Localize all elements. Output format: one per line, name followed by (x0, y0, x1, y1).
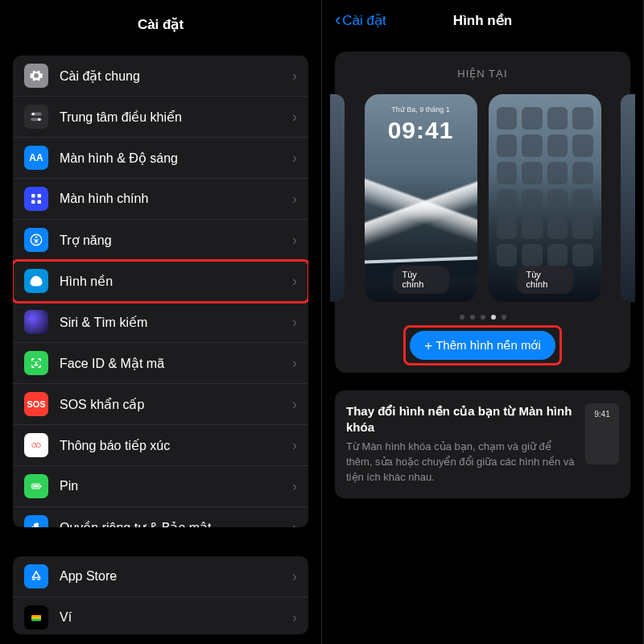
settings-row-siri[interactable]: Siri & Tìm kiếm › (13, 302, 308, 343)
app-placeholder (497, 189, 518, 212)
dot (470, 315, 475, 320)
faceid-icon (24, 351, 48, 375)
lock-screen-preview[interactable]: Thứ Ba, 9 tháng 1 09:41 Tùy chỉnh (365, 94, 477, 302)
aa-icon: AA (24, 146, 48, 170)
chevron-right-icon: › (292, 519, 297, 528)
settings-row-sos[interactable]: SOS SOS khẩn cấp › (13, 384, 308, 425)
app-placeholder (522, 189, 543, 212)
exposure-icon (24, 433, 48, 457)
siri-icon (24, 310, 48, 334)
svg-point-2 (32, 113, 35, 115)
settings-row-display[interactable]: AA Màn hình & Độ sáng › (13, 138, 308, 179)
gear-icon (24, 64, 48, 88)
chevron-right-icon: › (292, 232, 297, 249)
row-label: Hình nền (60, 274, 292, 289)
current-wallpaper-card: HIỆN TẠI Thứ Ba, 9 tháng 1 09:41 Tùy chỉ… (335, 52, 630, 373)
app-placeholder (497, 107, 518, 130)
back-button[interactable]: ‹ Cài đặt (335, 11, 386, 29)
app-placeholder (547, 244, 568, 266)
app-placeholder (572, 189, 593, 212)
sos-icon: SOS (24, 392, 48, 416)
row-label: Màn hình & Độ sáng (60, 151, 292, 166)
row-label: Ví (60, 610, 292, 625)
chevron-right-icon: › (292, 609, 297, 626)
chevron-right-icon: › (292, 191, 297, 208)
appstore-icon (24, 564, 48, 588)
settings-row-control-center[interactable]: Trung tâm điều khiển › (13, 97, 308, 138)
app-placeholder (497, 244, 518, 266)
customize-lock-button[interactable]: Tùy chỉnh (393, 266, 449, 294)
row-label: Trung tâm điều khiển (60, 109, 292, 125)
chevron-right-icon: › (292, 396, 297, 413)
chevron-right-icon: › (292, 478, 297, 495)
svg-point-12 (34, 361, 35, 362)
chevron-right-icon: › (292, 437, 297, 454)
svg-point-3 (38, 118, 40, 121)
svg-point-9 (35, 236, 37, 237)
app-placeholder (522, 134, 543, 157)
svg-point-14 (32, 443, 36, 447)
settings-row-exposure[interactable]: Thông báo tiếp xúc › (13, 425, 308, 466)
app-placeholder (572, 107, 593, 130)
settings-row-privacy[interactable]: Quyền riêng tư & Bảo mật › (13, 507, 308, 527)
home-screen-preview[interactable]: Tùy chỉnh (489, 94, 601, 302)
row-label: Face ID & Mật mã (60, 356, 292, 371)
chevron-left-icon: ‹ (335, 11, 341, 29)
add-wallpaper-button[interactable]: + Thêm hình nền mới (410, 331, 555, 360)
svg-rect-6 (31, 200, 35, 204)
chevron-right-icon: › (292, 109, 297, 126)
row-label: Quyền riêng tư & Bảo mật (60, 520, 292, 528)
settings-row-home-screen[interactable]: Màn hình chính › (13, 179, 308, 220)
info-title: Thay đổi hình nền của bạn từ Màn hình kh… (346, 403, 576, 435)
settings-group-apps: App Store › Ví › (13, 556, 308, 634)
chevron-right-icon: › (292, 150, 297, 167)
chevron-right-icon: › (292, 68, 297, 85)
app-placeholder (522, 107, 543, 130)
lock-time: 09:41 (365, 117, 477, 144)
settings-title: Cài đặt (0, 0, 321, 46)
chevron-right-icon: › (292, 355, 297, 372)
settings-group-main: Cài đặt chung › Trung tâm điều khiển › A… (13, 56, 308, 527)
wallpaper-screen: ‹ Cài đặt Hình nền HIỆN TẠI Thứ Ba, 9 th… (322, 0, 644, 644)
wallpaper-icon (24, 269, 48, 293)
info-card: Thay đổi hình nền của bạn từ Màn hình kh… (335, 390, 630, 498)
page-dots (346, 315, 619, 320)
dot (481, 315, 485, 320)
wallpaper-header: ‹ Cài đặt Hình nền (322, 0, 643, 37)
customize-home-button[interactable]: Tùy chỉnh (517, 266, 573, 294)
settings-row-appstore[interactable]: App Store › (13, 556, 308, 597)
settings-row-accessibility[interactable]: Trợ năng › (13, 220, 308, 261)
row-label: Pin (60, 479, 292, 493)
settings-row-wallpaper[interactable]: Hình nền › (13, 261, 308, 302)
chevron-right-icon: › (292, 568, 297, 585)
settings-row-general[interactable]: Cài đặt chung › (13, 56, 308, 97)
app-placeholder (522, 217, 543, 239)
app-placeholder (547, 217, 568, 239)
plus-icon: + (424, 339, 432, 353)
row-label: Màn hình chính (60, 192, 292, 206)
wallet-icon (24, 605, 48, 630)
battery-icon (24, 474, 48, 498)
accessibility-icon (24, 228, 48, 252)
row-label: App Store (60, 569, 292, 584)
toggles-icon (24, 105, 48, 129)
svg-point-13 (38, 361, 39, 362)
mini-time: 9:41 (594, 410, 609, 419)
svg-rect-4 (31, 194, 35, 198)
settings-row-wallet[interactable]: Ví › (13, 597, 308, 634)
preview-peek-left (330, 94, 345, 302)
settings-row-faceid[interactable]: Face ID & Mật mã › (13, 343, 308, 384)
mini-lock-preview: 9:41 (585, 403, 619, 464)
hand-icon (24, 515, 48, 527)
row-label: Cài đặt chung (60, 68, 292, 84)
chevron-right-icon: › (292, 314, 297, 331)
settings-screen: Cài đặt Cài đặt chung › Trung tâm điều k… (0, 0, 322, 644)
settings-row-battery[interactable]: Pin › (13, 466, 308, 507)
chevron-right-icon: › (292, 273, 297, 290)
preview-peek-right (621, 94, 635, 302)
svg-rect-5 (38, 194, 42, 198)
svg-rect-7 (38, 200, 42, 204)
app-placeholder (497, 162, 518, 184)
info-description: Từ Màn hình khóa của bạn, chạm và giữ để… (346, 440, 576, 485)
dot (502, 315, 506, 320)
